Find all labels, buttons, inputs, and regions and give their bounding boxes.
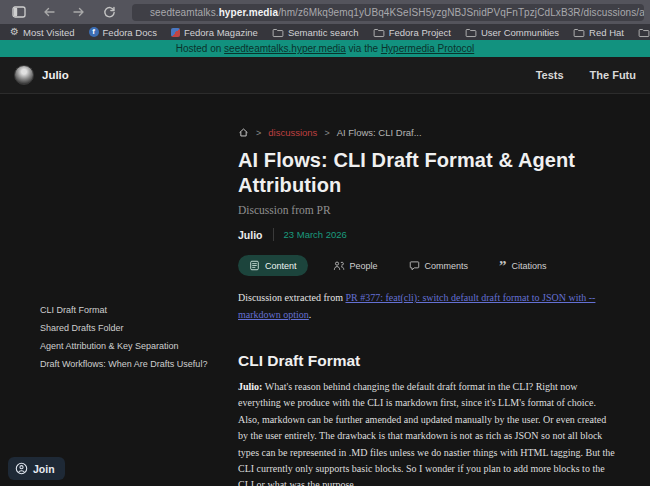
tab-citations[interactable]: ” Citations [493, 255, 553, 276]
folder-icon [373, 27, 385, 38]
reload-icon[interactable] [96, 2, 122, 22]
back-icon[interactable] [36, 2, 62, 22]
bookmark-most-visited[interactable]: ⚙Most Visited [10, 27, 75, 38]
hosted-banner: Hosted on seedteamtalks.hyper.media via … [0, 40, 650, 57]
user-circle-icon [15, 462, 28, 475]
fedora-docs-favicon: f [89, 27, 99, 37]
page-title: AI Flows: CLI Draft Format & Agent Attri… [238, 148, 615, 198]
site-header: Julio Tests The Futu [0, 57, 650, 94]
sidebar-toggle-icon[interactable] [6, 2, 32, 22]
quote-icon: ” [499, 261, 507, 271]
breadcrumb: > discussions > AI Flows: CLI Draf... [238, 127, 615, 138]
url-text[interactable]: seedteamtalks.hyper.media/hm/z6Mkq9emq1y… [150, 7, 644, 18]
sidebar-item-draft-workflows[interactable]: Draft Workflows: When Are Drafts Useful? [40, 357, 210, 371]
forward-icon[interactable] [66, 2, 92, 22]
gear-icon: ⚙ [10, 27, 19, 37]
body-paragraph: Julio: What's reason behind changing the… [238, 379, 615, 486]
divider [273, 228, 274, 241]
page-main: CLI Draft Format Shared Drafts Folder Ag… [0, 94, 650, 485]
bookmark-folder-semantic-search[interactable]: Semantic search [272, 27, 359, 38]
browser-toolbar: seedteamtalks.hyper.media/hm/z6Mkq9emq1y… [0, 0, 650, 24]
tab-content[interactable]: Content [238, 255, 308, 276]
publish-date: 23 March 2026 [284, 229, 347, 240]
breadcrumb-separator: > [324, 128, 329, 138]
folder-icon [573, 27, 585, 38]
bookmark-fedora-magazine[interactable]: Fedora Magazine [171, 27, 258, 38]
hypermedia-protocol-link[interactable]: Hypermedia Protocol [381, 43, 474, 54]
home-icon[interactable] [238, 127, 249, 138]
fedora-magazine-favicon [171, 28, 180, 37]
bookmark-folder-free-content[interactable]: Free Content [638, 27, 650, 38]
url-bar[interactable]: seedteamtalks.hyper.media/hm/z6Mkq9emq1y… [132, 4, 644, 21]
tab-people[interactable]: People [327, 255, 384, 276]
section-heading: CLI Draft Format [238, 352, 615, 370]
intro-paragraph: Discussion extracted from PR #377: feat(… [238, 289, 615, 323]
outline-sidebar: CLI Draft Format Shared Drafts Folder Ag… [0, 94, 230, 485]
bookmark-folder-red-hat[interactable]: Red Hat [573, 27, 624, 38]
site-nav: Tests The Futu [536, 69, 636, 81]
comment-icon [409, 260, 420, 271]
folder-icon [272, 27, 284, 38]
folder-icon [465, 27, 477, 38]
author-name[interactable]: Julio [238, 229, 263, 241]
sidebar-item-cli-draft-format[interactable]: CLI Draft Format [40, 303, 210, 317]
document-icon [249, 260, 260, 271]
sidebar-item-agent-attribution[interactable]: Agent Attribution & Key Separation [40, 339, 210, 353]
bookmarks-bar: ⚙Most Visited fFedora Docs Fedora Magazi… [0, 24, 650, 40]
nav-item-the-future[interactable]: The Futu [590, 69, 636, 81]
avatar[interactable] [14, 65, 34, 85]
hosted-banner-text: Hosted on seedteamtalks.hyper.media via … [176, 43, 475, 54]
paragraph-author: Julio: [238, 381, 262, 392]
bookmark-fedora-docs[interactable]: fFedora Docs [89, 27, 157, 38]
breadcrumb-separator: > [256, 128, 261, 138]
people-icon [333, 260, 345, 271]
article-content: > discussions > AI Flows: CLI Draf... AI… [238, 94, 615, 486]
tab-comments[interactable]: Comments [403, 255, 475, 276]
folder-icon [638, 27, 650, 38]
breadcrumb-discussions-link[interactable]: discussions [268, 127, 317, 138]
author-row: Julio 23 March 2026 [238, 228, 615, 241]
join-button[interactable]: Join [8, 457, 65, 480]
browser-window: seedteamtalks.hyper.media/hm/z6Mkq9emq1y… [0, 0, 650, 486]
tab-bar: Content People Comments ” Citations [238, 255, 615, 276]
site-owner-name[interactable]: Julio [42, 69, 69, 81]
breadcrumb-current: AI Flows: CLI Draf... [337, 127, 422, 138]
page-subtitle: Discussion from PR [238, 204, 615, 216]
bookmark-folder-user-communities[interactable]: User Communities [465, 27, 559, 38]
sidebar-item-shared-drafts-folder[interactable]: Shared Drafts Folder [40, 321, 210, 335]
nav-item-tests[interactable]: Tests [536, 69, 564, 81]
host-link[interactable]: seedteamtalks.hyper.media [224, 43, 346, 54]
bookmark-folder-fedora-project[interactable]: Fedora Project [373, 27, 451, 38]
